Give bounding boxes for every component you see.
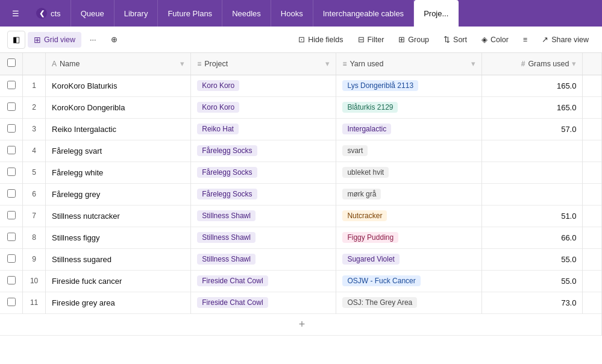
row-checkbox[interactable] [0, 248, 23, 270]
row-yarn[interactable]: OSJW - Fuck Cancer [336, 270, 481, 292]
row-name[interactable]: Stillness nutcracker [46, 205, 191, 227]
row-select-checkbox[interactable] [7, 276, 16, 284]
hamburger-menu[interactable]: ☰ [5, 0, 27, 27]
row-select-checkbox[interactable] [7, 146, 16, 154]
nav-tab-future-label: Future Plans [168, 9, 212, 18]
row-project[interactable]: Koro Koro [191, 96, 336, 118]
row-project[interactable]: Stillness Shawl [191, 227, 336, 248]
row-name[interactable]: KoroKoro Dongeribla [46, 96, 191, 118]
nav-tab-queue[interactable]: Queue [71, 0, 114, 27]
row-name[interactable]: Fårelegg grey [46, 183, 191, 205]
row-name[interactable]: Fårelegg white [46, 162, 191, 183]
row-checkbox[interactable] [0, 183, 23, 205]
row-select-checkbox[interactable] [7, 168, 16, 176]
nav-tab-acts[interactable]: ❮ cts [27, 0, 71, 27]
nav-tab-future[interactable]: Future Plans [158, 0, 222, 27]
row-name[interactable]: Fireside fuck cancer [46, 270, 191, 292]
row-project[interactable]: Koro Koro [191, 75, 336, 96]
nav-tab-hooks-label: Hooks [281, 9, 303, 18]
row-select-checkbox[interactable] [7, 254, 16, 263]
row-checkbox[interactable] [0, 205, 23, 227]
row-yarn[interactable]: Sugared Violet [336, 248, 481, 270]
row-select-checkbox[interactable] [7, 189, 16, 198]
row-checkbox[interactable] [0, 140, 23, 162]
row-yarn[interactable]: ubleket hvit [336, 162, 481, 183]
hide-fields-button[interactable]: ⊡ Hide fields [292, 32, 349, 47]
row-name[interactable]: Reiko Intergalactic [46, 118, 191, 140]
row-project[interactable]: Stillness Shawl [191, 205, 336, 227]
col-header-project[interactable]: ≡ Project ▾ [191, 53, 336, 75]
row-checkbox[interactable] [0, 96, 23, 118]
add-row-cell[interactable]: + [0, 313, 602, 335]
row-name[interactable]: Fårelegg svart [46, 140, 191, 162]
group-button[interactable]: ⊞ Group [392, 32, 435, 47]
more-views-icon: ··· [90, 36, 96, 44]
col-header-name[interactable]: A Name ▾ [46, 53, 191, 75]
row-select-checkbox[interactable] [7, 211, 16, 219]
project-tag: Koro Koro [197, 102, 239, 113]
row-project[interactable]: Fårelegg Socks [191, 183, 336, 205]
color-button[interactable]: ◈ Color [475, 32, 515, 47]
row-name[interactable]: Stillness sugared [46, 248, 191, 270]
col-header-yarn[interactable]: ≡ Yarn used ▾ [336, 53, 481, 75]
filter-button[interactable]: ⊟ Filter [352, 32, 390, 47]
row-checkbox[interactable] [0, 227, 23, 248]
row-checkbox[interactable] [0, 75, 23, 96]
nav-tab-hooks[interactable]: Hooks [271, 0, 313, 27]
row-name[interactable]: Fireside grey area [46, 292, 191, 313]
more-options-icon: ≡ [523, 36, 527, 44]
sort-button[interactable]: ⇅ Sort [437, 32, 473, 47]
nav-tab-library[interactable]: Library [114, 0, 158, 27]
row-project[interactable]: Fårelegg Socks [191, 140, 336, 162]
share-view-label: Share view [551, 36, 589, 44]
row-grams: 165.0 [481, 75, 583, 96]
row-yarn[interactable]: Figgy Pudding [336, 227, 481, 248]
row-yarn[interactable]: Blåturkis 2129 [336, 96, 481, 118]
row-yarn[interactable]: mørk grå [336, 183, 481, 205]
row-yarn[interactable]: OSJ: The Grey Area [336, 292, 481, 313]
table-header-row: A Name ▾ ≡ Project ▾ ≡ Yarn used [0, 53, 602, 75]
row-select-checkbox[interactable] [7, 298, 16, 306]
row-project[interactable]: Reiko Hat [191, 118, 336, 140]
row-name[interactable]: KoroKoro Blaturkis [46, 75, 191, 96]
nav-tab-projects[interactable]: Proje... [414, 0, 459, 27]
row-select-checkbox[interactable] [7, 102, 16, 111]
table-container: A Name ▾ ≡ Project ▾ ≡ Yarn used [0, 53, 602, 364]
row-project[interactable]: Fireside Chat Cowl [191, 270, 336, 292]
row-yarn[interactable]: Lys Dongeriblå 2113 [336, 75, 481, 96]
col-project-label: Project [204, 60, 228, 68]
group-icon: ⊞ [398, 35, 405, 44]
row-yarn[interactable]: Intergalactic [336, 118, 481, 140]
sort-icon: ⇅ [444, 35, 450, 44]
share-view-button[interactable]: ↗ Share view [536, 32, 595, 47]
row-name[interactable]: Stillness figgy [46, 227, 191, 248]
project-tag: Stillness Shawl [197, 254, 256, 265]
more-options-button[interactable]: ≡ [517, 33, 533, 47]
color-icon: ◈ [481, 35, 488, 44]
row-select-checkbox[interactable] [7, 124, 16, 133]
row-select-checkbox[interactable] [7, 81, 16, 89]
add-row[interactable]: + [0, 313, 602, 335]
row-yarn[interactable]: Nutcracker [336, 205, 481, 227]
grid-view-button[interactable]: ⊞ Grid view [28, 32, 81, 48]
nav-tab-cables[interactable]: Interchangeable cables [313, 0, 414, 27]
team-button[interactable]: ⊕ [105, 32, 124, 47]
row-checkbox[interactable] [0, 162, 23, 183]
sidebar-toggle-button[interactable]: ◧ [7, 31, 25, 49]
col-header-grams[interactable]: # Grams used ▾ [481, 53, 583, 75]
nav-tab-queue-label: Queue [81, 9, 104, 18]
row-checkbox[interactable] [0, 118, 23, 140]
row-project[interactable]: Fårelegg Socks [191, 162, 336, 183]
row-yarn[interactable]: svart [336, 140, 481, 162]
row-project[interactable]: Fireside Chat Cowl [191, 292, 336, 313]
select-all-checkbox[interactable] [7, 58, 16, 67]
col-project-sort-icon: ▾ [325, 59, 330, 68]
row-checkbox[interactable] [0, 270, 23, 292]
more-views-button[interactable]: ··· [84, 33, 102, 47]
row-number: 4 [23, 140, 46, 162]
row-extra [583, 140, 602, 162]
nav-tab-needles[interactable]: Needles [222, 0, 271, 27]
row-select-checkbox[interactable] [7, 233, 16, 241]
row-checkbox[interactable] [0, 292, 23, 313]
row-project[interactable]: Stillness Shawl [191, 248, 336, 270]
